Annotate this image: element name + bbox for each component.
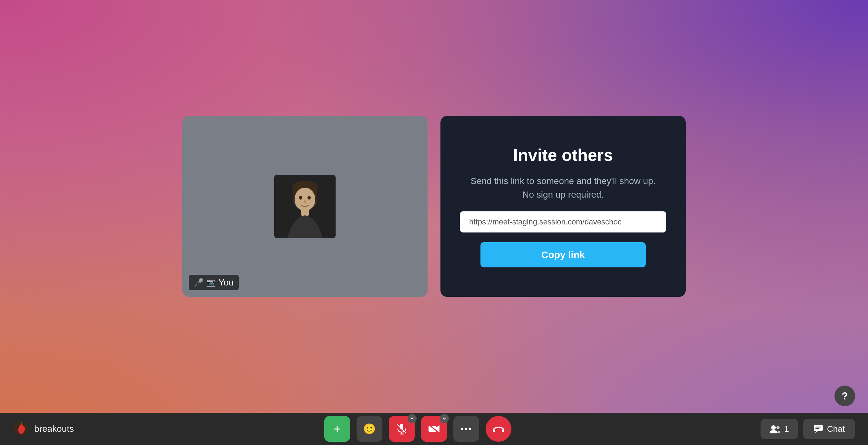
invite-subtitle: Send this link to someone and they'll sh… <box>470 174 655 202</box>
emoji-icon: 🙂 <box>363 423 376 435</box>
more-options-button[interactable]: ••• <box>453 416 479 442</box>
main-content: 🎤 📷 You Invite others Send this link to … <box>0 0 868 413</box>
participants-icon <box>770 424 780 434</box>
svg-point-8 <box>304 200 306 203</box>
avatar-image <box>274 175 336 238</box>
svg-rect-21 <box>814 425 823 431</box>
add-icon: + <box>333 422 341 435</box>
help-button[interactable]: ? <box>834 386 855 406</box>
invite-link[interactable]: https://meet-staging.session.com/davesch… <box>460 211 666 233</box>
cam-mute-icon: 📷 <box>206 278 216 287</box>
svg-rect-22 <box>815 426 821 427</box>
participants-button[interactable]: 1 <box>761 419 798 439</box>
toolbar-controls: + 🙂 <box>78 416 758 442</box>
svg-point-6 <box>299 196 302 200</box>
chat-label: Chat <box>827 424 845 434</box>
mic-icon <box>396 423 407 435</box>
svg-rect-18 <box>502 429 504 432</box>
camera-chevron-icon[interactable] <box>440 414 449 423</box>
copy-link-button[interactable]: Copy link <box>480 242 646 267</box>
mic-mute-icon: 🎤 <box>194 278 204 287</box>
chat-button[interactable]: Chat <box>803 419 855 439</box>
camera-icon <box>428 424 440 434</box>
mic-control <box>389 416 415 442</box>
svg-point-7 <box>308 196 311 200</box>
brand-logo-icon <box>13 421 29 437</box>
svg-rect-23 <box>815 428 819 429</box>
toolbar: breakouts + 🙂 <box>0 413 868 445</box>
more-icon: ••• <box>461 424 472 434</box>
svg-rect-17 <box>493 429 495 432</box>
hangup-icon <box>492 425 505 433</box>
participants-count: 1 <box>784 424 789 434</box>
svg-rect-15 <box>429 426 436 432</box>
video-card: 🎤 📷 You <box>182 116 428 297</box>
toolbar-brand: breakouts <box>13 421 78 437</box>
svg-point-19 <box>771 425 776 430</box>
video-name-tag: 🎤 📷 You <box>189 275 239 290</box>
svg-point-5 <box>294 188 315 211</box>
camera-control <box>421 416 447 442</box>
brand-name: breakouts <box>34 424 74 434</box>
user-avatar <box>274 175 336 238</box>
invite-title: Invite others <box>513 145 613 165</box>
video-user-label: You <box>218 277 234 288</box>
svg-rect-9 <box>301 209 309 216</box>
invite-card: Invite others Send this link to someone … <box>440 116 686 297</box>
emoji-button[interactable]: 🙂 <box>356 416 382 442</box>
chat-icon <box>813 424 823 434</box>
add-participant-button[interactable]: + <box>324 416 350 442</box>
svg-point-20 <box>776 426 780 429</box>
hangup-button[interactable] <box>486 416 512 442</box>
mic-chevron-icon[interactable] <box>407 414 416 423</box>
toolbar-right: 1 Chat <box>758 419 855 439</box>
